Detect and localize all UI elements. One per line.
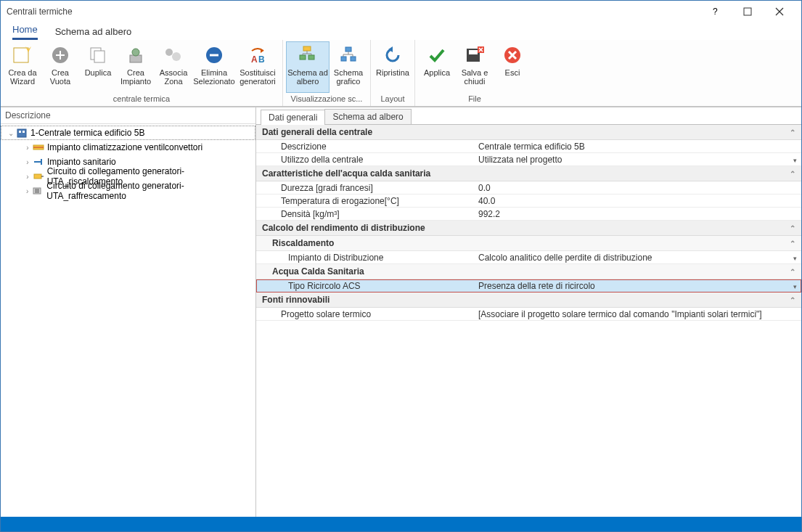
svg-rect-21 <box>300 55 306 60</box>
svg-rect-1 <box>744 8 751 15</box>
content-area: Descrizione ⌄ 1-Centrale termica edifici… <box>1 107 801 517</box>
svg-rect-45 <box>22 131 25 133</box>
dropdown-icon[interactable]: ▾ <box>793 157 797 164</box>
tree-icon <box>296 44 319 67</box>
btn-esci[interactable]: Esci <box>494 41 531 93</box>
section-header[interactable]: Fonti rinnovabili⌃ <box>256 292 801 308</box>
sanitary-icon <box>33 156 44 168</box>
btn-crea-vuota[interactable]: Crea Vuota <box>41 41 79 93</box>
save-close-icon <box>463 44 486 67</box>
chevron-up-icon: ⌃ <box>790 240 795 247</box>
tree-root[interactable]: ⌄ 1-Centrale termica edificio 5B <box>1 126 255 140</box>
status-bar <box>1 517 801 531</box>
svg-rect-27 <box>345 47 351 52</box>
section-header[interactable]: Caratteristiche dell'acqua calda sanitar… <box>256 166 801 181</box>
replace-icon: AB <box>246 44 269 67</box>
tree-item-label: Impianto sanitario <box>47 157 116 167</box>
prop-row[interactable]: Impianto di DistribuzioneCalcolo analiti… <box>256 251 801 264</box>
btn-duplica[interactable]: Duplica <box>79 41 117 93</box>
check-icon <box>425 44 449 67</box>
btn-ripristina[interactable]: Ripristina <box>374 41 412 93</box>
circuit-cool-icon <box>32 185 44 197</box>
ribbon-group-label: Layout <box>374 93 412 106</box>
tree-item[interactable]: › Impianto climatizzazione ventilconvett… <box>1 140 255 155</box>
ribbon-tab-schema[interactable]: Schema ad albero <box>55 26 132 40</box>
help-button[interactable]: ? <box>700 1 732 22</box>
svg-point-14 <box>172 52 181 61</box>
prop-row[interactable]: DescrizioneCentrale termica edificio 5B <box>256 140 801 153</box>
btn-applica[interactable]: Applica <box>418 41 456 93</box>
ribbon-group-visualizzazione: Schema ad albero Schema grafico Visualiz… <box>283 40 371 106</box>
building-icon <box>16 127 28 139</box>
subsection-header[interactable]: Acqua Calda Sanitaria⌃ <box>256 264 801 279</box>
expander-icon[interactable]: ⌄ <box>6 129 16 137</box>
prop-row[interactable]: Temperatura di erogazione[°C]40.0 <box>256 195 801 208</box>
hvac-icon <box>33 142 44 153</box>
expander-icon[interactable]: › <box>22 173 33 181</box>
chevron-up-icon: ⌃ <box>790 170 795 178</box>
btn-crea-wizard[interactable]: Crea da Wizard <box>4 41 41 93</box>
property-pane: Dati generali Schema ad albero Dati gene… <box>256 107 801 517</box>
expander-icon[interactable]: › <box>22 144 33 152</box>
titlebar: Centrali termiche ? <box>1 1 801 22</box>
ribbon-group-layout: Ripristina Layout <box>371 40 415 106</box>
svg-rect-50 <box>34 174 41 179</box>
tree-item-label: Circuito di collegamento generatori- UTA… <box>46 181 255 201</box>
ribbon-group-label: File <box>418 93 531 106</box>
maximize-button[interactable] <box>732 1 764 22</box>
chevron-up-icon: ⌃ <box>790 224 795 232</box>
prop-row[interactable]: Durezza [gradi francesi]0.0 <box>256 181 801 195</box>
prop-row[interactable]: Utilizzo della centraleUtilizzata nel pr… <box>256 153 801 166</box>
ribbon-group-centrale: Crea da Wizard Crea Vuota Duplica Crea I… <box>1 40 283 106</box>
svg-rect-20 <box>303 46 311 51</box>
svg-rect-36 <box>469 50 478 54</box>
svg-rect-28 <box>341 57 346 61</box>
btn-elimina[interactable]: Elimina Selezionato <box>192 41 236 93</box>
section-header[interactable]: Calcolo del rendimento di distribuzione⌃ <box>256 221 801 236</box>
btn-associa-zona[interactable]: Associa Zona <box>155 41 192 93</box>
tree-item[interactable]: › Circuito di collegamento generatori- U… <box>1 184 255 198</box>
svg-text:B: B <box>258 54 265 65</box>
prop-row-selected[interactable]: Tipo Ricircolo ACSPresenza della rete di… <box>256 279 801 292</box>
dropdown-icon[interactable]: ▾ <box>793 255 797 262</box>
section-header[interactable]: Dati generali della centrale⌃ <box>256 125 801 140</box>
ribbon-tabs: Home Schema ad albero <box>1 22 801 40</box>
chevron-up-icon: ⌃ <box>790 128 795 136</box>
expander-icon[interactable]: › <box>22 187 32 195</box>
btn-sostituisci[interactable]: AB Sostituisci generatori <box>236 41 279 93</box>
undo-icon <box>381 44 404 67</box>
chevron-up-icon: ⌃ <box>790 268 795 276</box>
close-button[interactable] <box>764 1 795 22</box>
chevron-up-icon: ⌃ <box>790 296 795 304</box>
svg-point-12 <box>132 49 139 56</box>
svg-point-13 <box>165 49 173 56</box>
svg-rect-10 <box>94 51 105 62</box>
prop-row[interactable]: Progetto solare termico[Associare il pro… <box>256 308 801 321</box>
btn-salva-chiudi[interactable]: Salva e chiudi <box>456 41 494 93</box>
close-circle-icon <box>501 44 524 67</box>
prop-tab-schema[interactable]: Schema ad albero <box>324 109 411 124</box>
btn-schema-albero[interactable]: Schema ad albero <box>286 41 330 93</box>
duplicate-icon <box>86 44 110 67</box>
property-tabs: Dati generali Schema ad albero <box>256 109 801 125</box>
wizard-icon <box>11 44 34 67</box>
property-grid: Dati generali della centrale⌃ Descrizion… <box>256 125 801 517</box>
tree-item-label: Impianto climatizzazione ventilconvettor… <box>47 142 202 152</box>
ribbon-group-file: Applica Salva e chiudi Esci File <box>415 40 534 106</box>
expander-icon[interactable]: › <box>22 158 33 166</box>
btn-schema-grafico[interactable]: Schema grafico <box>330 41 367 93</box>
diagram-icon <box>337 44 360 67</box>
ribbon-group-label: Visualizzazione sc... <box>286 93 367 106</box>
window-title: Centrali termiche <box>7 7 700 17</box>
ribbon-tab-home[interactable]: Home <box>12 24 38 40</box>
tree-root-label: 1-Centrale termica edificio 5B <box>30 128 144 138</box>
svg-rect-29 <box>351 57 356 61</box>
subsection-header[interactable]: Riscaldamento⌃ <box>256 236 801 251</box>
tree-header: Descrizione <box>1 107 255 124</box>
dropdown-icon[interactable]: ▾ <box>793 283 797 290</box>
zone-icon <box>162 44 185 67</box>
btn-crea-impianto[interactable]: Crea Impianto <box>117 41 155 93</box>
prop-row[interactable]: Densità [kg/m³]992.2 <box>256 208 801 221</box>
prop-tab-generali[interactable]: Dati generali <box>261 110 325 125</box>
svg-rect-4 <box>14 48 28 62</box>
